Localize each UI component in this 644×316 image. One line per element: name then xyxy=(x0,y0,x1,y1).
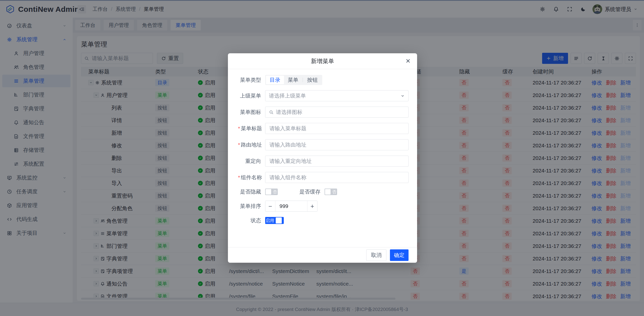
menu-type-label: 菜单类型 xyxy=(238,76,261,83)
component-input[interactable] xyxy=(269,174,405,181)
cache-switch-value: 否 xyxy=(332,190,336,194)
form-row-icon: 菜单图标 请选择图标 xyxy=(238,107,409,118)
modal-header: 新增菜单 ✕ xyxy=(228,53,417,69)
sort-value[interactable]: 999 xyxy=(275,201,307,211)
title-field xyxy=(265,123,409,134)
segment-button[interactable]: 按钮 xyxy=(303,76,321,84)
status-switch[interactable]: 启用 xyxy=(265,217,284,224)
route-field xyxy=(265,139,409,150)
form-row-sort: 菜单排序 − 999 + xyxy=(238,201,409,212)
modal-footer: 取消 确定 xyxy=(228,247,417,263)
parent-placeholder: 请选择上级菜单 xyxy=(269,92,306,99)
segment-directory[interactable]: 目录 xyxy=(266,76,284,84)
menu-type-segmented: 目录 菜单 按钮 xyxy=(265,75,322,85)
component-label: *组件名称 xyxy=(238,174,261,181)
form-row-component: *组件名称 xyxy=(238,172,409,183)
cache-label: 是否缓存 xyxy=(299,188,320,195)
required-asterisk: * xyxy=(238,142,240,148)
search-icon xyxy=(269,110,274,115)
switch-knob xyxy=(276,217,282,223)
hidden-label: 是否隐藏 xyxy=(238,188,261,195)
title-input[interactable] xyxy=(269,125,405,132)
title-label: *菜单标题 xyxy=(238,125,261,132)
hidden-switch-value: 否 xyxy=(273,190,277,194)
form-row-switches: 是否隐藏 否 是否缓存 否 xyxy=(238,188,409,195)
form-row-status: 状态 启用 xyxy=(238,217,409,224)
form-row-redirect: 重定向 xyxy=(238,156,409,167)
sort-stepper: − 999 + xyxy=(265,201,317,212)
confirm-button[interactable]: 确定 xyxy=(390,249,409,261)
cancel-button[interactable]: 取消 xyxy=(366,249,386,261)
route-label: *路由地址 xyxy=(238,141,261,148)
required-asterisk: * xyxy=(238,174,240,180)
icon-label: 菜单图标 xyxy=(238,109,261,116)
redirect-input[interactable] xyxy=(269,158,405,164)
icon-placeholder: 请选择图标 xyxy=(276,109,302,116)
hidden-switch[interactable]: 否 xyxy=(265,189,278,195)
chevron-down-icon xyxy=(400,94,405,98)
form-row-parent: 上级菜单 请选择上级菜单 xyxy=(238,90,409,101)
redirect-field xyxy=(265,156,409,167)
add-menu-modal: 新增菜单 ✕ 菜单类型 目录 菜单 按钮 上级菜单 请选择上级菜单 xyxy=(228,53,417,263)
required-asterisk: * xyxy=(238,125,240,131)
switch-knob xyxy=(325,189,331,195)
plus-icon[interactable]: + xyxy=(307,201,317,211)
cache-switch[interactable]: 否 xyxy=(325,189,337,195)
form-row-menu-type: 菜单类型 目录 菜单 按钮 xyxy=(238,75,409,85)
close-icon[interactable]: ✕ xyxy=(404,57,413,66)
component-field xyxy=(265,172,409,183)
redirect-label: 重定向 xyxy=(238,158,261,165)
minus-icon[interactable]: − xyxy=(265,201,275,211)
route-input[interactable] xyxy=(269,142,405,148)
status-label: 状态 xyxy=(238,217,261,224)
status-switch-value: 启用 xyxy=(266,218,274,223)
icon-picker[interactable]: 请选择图标 xyxy=(265,107,409,118)
parent-select[interactable]: 请选择上级菜单 xyxy=(265,90,409,101)
segment-divider xyxy=(303,78,303,82)
sort-label: 菜单排序 xyxy=(238,203,261,210)
parent-label: 上级菜单 xyxy=(238,92,261,99)
modal-body: 菜单类型 目录 菜单 按钮 上级菜单 请选择上级菜单 xyxy=(228,69,417,224)
switch-knob xyxy=(266,189,271,195)
form-row-route: *路由地址 xyxy=(238,139,409,150)
segment-menu[interactable]: 菜单 xyxy=(284,76,302,84)
form-row-title: *菜单标题 xyxy=(238,123,409,134)
modal-title: 新增菜单 xyxy=(311,57,334,65)
